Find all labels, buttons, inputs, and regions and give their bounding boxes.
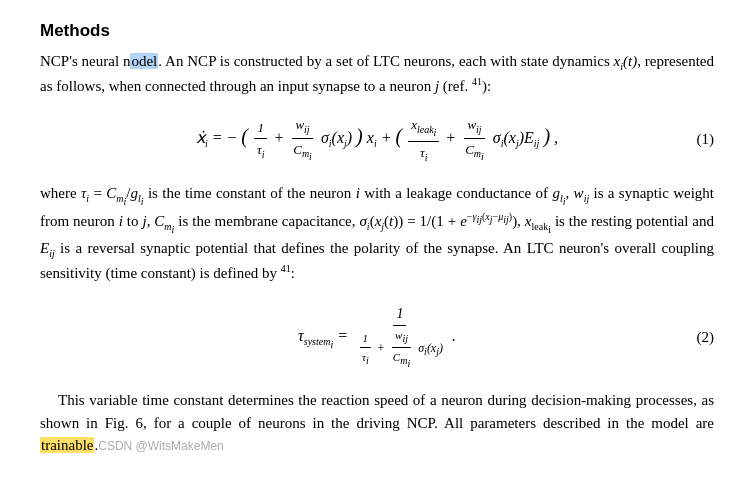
body-paragraph-1: where τi = Cmi/gli is the time constant … <box>40 182 714 285</box>
equation-2-block: τsystemi = 1 1 τi + wij Cmi σi(xj) . <box>40 303 714 371</box>
equation-2: τsystemi = 1 1 τi + wij Cmi σi(xj) . <box>298 303 456 371</box>
frac-eq2-sub: 1 τi <box>359 330 372 369</box>
highlight-trainable: trainable <box>40 437 94 453</box>
highlight-model: odel <box>130 53 158 69</box>
eq1-number: (1) <box>697 128 715 151</box>
watermark: CSDN @WitsMakeMen <box>98 439 224 453</box>
frac-eq2-sub2: wij Cmi <box>390 327 413 371</box>
eq2-number: (2) <box>697 326 715 349</box>
intro-paragraph: NCP's neural nodel. An NCP is constructe… <box>40 50 714 98</box>
equation-1: ẋi = − ( 1 τi + wij Cmi σi(xj) ) xi + ( … <box>196 115 558 164</box>
section-title: Methods <box>40 18 714 44</box>
last-paragraph: This variable time constant determines t… <box>40 389 714 457</box>
frac-xleak-tau: xleaki τi <box>408 115 439 164</box>
frac-wij-cm: wij Cmi <box>290 115 315 164</box>
methods-section: Methods NCP's neural nodel. An NCP is co… <box>40 18 714 457</box>
frac-1-tau: 1 τi <box>254 118 267 162</box>
equation-1-block: ẋi = − ( 1 τi + wij Cmi σi(xj) ) xi + ( … <box>40 115 714 164</box>
frac-eq2-main: 1 1 τi + wij Cmi σi(xj) <box>354 303 446 371</box>
frac-wij-cm2: wij Cmi <box>462 115 487 164</box>
